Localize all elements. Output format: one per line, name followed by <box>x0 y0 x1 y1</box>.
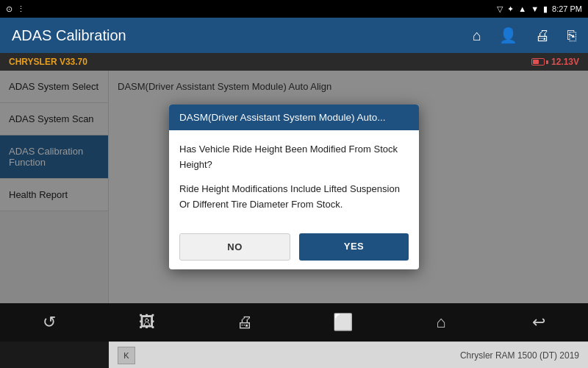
no-button[interactable]: NO <box>179 233 290 261</box>
sub-header: CHRYSLER V33.70 12.13V <box>0 53 588 71</box>
export-button[interactable]: ⎘ <box>567 27 576 44</box>
header: ADAS Calibration ⌂ 👤 🖨 ⎘ <box>0 18 588 53</box>
header-icons: ⌂ 👤 🖨 ⎘ <box>473 26 576 44</box>
menu-icon: ⋮ <box>17 4 25 14</box>
signal-icon: ▼ <box>531 4 539 13</box>
print-button[interactable]: 🖨 <box>535 27 550 44</box>
status-left: ⊙ ⋮ <box>6 4 25 14</box>
dialog: DASM(Driver Assistant System Module) Aut… <box>169 105 419 269</box>
vehicle-info: Chrysler RAM 1500 (DT) 2019 <box>460 350 579 361</box>
app-icon: ⊙ <box>6 4 12 14</box>
print-nav-icon[interactable]: 🖨 <box>230 308 259 337</box>
wifi-icon: ▲ <box>518 4 526 13</box>
dialog-overlay: DASM(Driver Assistant System Module) Aut… <box>0 71 588 303</box>
vehicle-version: CHRYSLER V33.70 <box>9 57 87 67</box>
location-icon: ▽ <box>497 4 503 14</box>
dialog-actions: NO YES <box>169 224 419 269</box>
status-bar: ⊙ ⋮ ▽ ✦ ▲ ▼ ▮ 8:27 PM <box>0 0 588 18</box>
dialog-question: Has Vehicle Ride Height Been Modified Fr… <box>179 142 409 173</box>
battery-nav-icon: ▮ <box>543 4 548 14</box>
user-button[interactable]: 👤 <box>499 26 517 44</box>
app-title: ADAS Calibration <box>12 27 126 44</box>
home-nav-icon[interactable]: ⌂ <box>426 308 456 337</box>
dialog-title: DASM(Driver Assistant System Module) Aut… <box>169 105 419 130</box>
content-bottom-bar: K Chrysler RAM 1500 (DT) 2019 <box>109 342 588 368</box>
return-icon[interactable]: ↩ <box>524 308 553 337</box>
status-right: ▽ ✦ ▲ ▼ ▮ 8:27 PM <box>497 4 582 14</box>
dialog-description: Ride Height Modifications Include Lifted… <box>179 182 409 213</box>
home-button[interactable]: ⌂ <box>473 27 481 44</box>
square-icon[interactable]: ⬜ <box>329 308 358 337</box>
voltage-value: 12.13V <box>551 57 579 67</box>
back-icon[interactable]: ↺ <box>35 308 64 337</box>
dialog-body: Has Vehicle Ride Height Been Modified Fr… <box>169 130 419 224</box>
battery-icon <box>531 58 548 66</box>
bluetooth-icon: ✦ <box>507 4 514 14</box>
voltage-display: 12.13V <box>531 57 579 67</box>
bottom-nav: ↺ 🖼 🖨 ⬜ ⌂ ↩ <box>0 303 588 342</box>
pagination-button[interactable]: K <box>118 347 135 364</box>
time-display: 8:27 PM <box>552 4 582 13</box>
yes-button[interactable]: YES <box>299 233 409 261</box>
main-content: ADAS System Select ADAS System Scan ADAS… <box>0 71 588 303</box>
gallery-icon[interactable]: 🖼 <box>132 308 162 337</box>
